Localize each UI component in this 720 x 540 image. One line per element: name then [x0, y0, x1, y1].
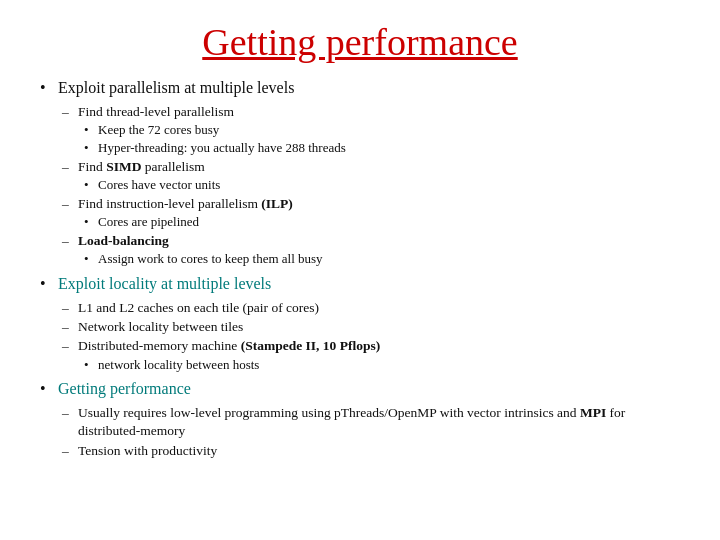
dash-text-1-2: Find SIMD parallelism [78, 158, 205, 176]
bullet-marker-2: • [40, 274, 58, 295]
dot-list-2-3: • network locality between hosts [84, 357, 680, 374]
dash-text-1-3: Find instruction-level parallelism (ILP) [78, 195, 293, 213]
dot-marker-1-4-1: • [84, 251, 98, 268]
dot-text-1-1-1: Keep the 72 cores busy [98, 122, 219, 139]
dot-1-1-1: • Keep the 72 cores busy [84, 122, 680, 139]
dash-1-2: – Find SIMD parallelism [62, 158, 680, 176]
dash-marker-2-1: – [62, 299, 78, 317]
dash-2-3: – Distributed-memory machine (Stampede I… [62, 337, 680, 355]
dash-2-2: – Network locality between tiles [62, 318, 680, 336]
dash-text-2-3: Distributed-memory machine (Stampede II,… [78, 337, 380, 355]
dot-text-2-3-1: network locality between hosts [98, 357, 259, 374]
bullet-3: • Getting performance [40, 379, 680, 400]
bullet-3-text: Getting performance [58, 379, 191, 400]
slide-title: Getting performance [40, 20, 680, 64]
bullet-2-text: Exploit locality at multiple levels [58, 274, 271, 295]
dash-text-3-1: Usually requires low-level programming u… [78, 404, 680, 440]
bullet-marker-1: • [40, 78, 58, 99]
dot-marker-2-3-1: • [84, 357, 98, 374]
dash-marker-3-1: – [62, 404, 78, 422]
dash-1-4: – Load-balancing [62, 232, 680, 250]
dash-text-1-1: Find thread-level parallelism [78, 103, 234, 121]
dash-marker-1-4: – [62, 232, 78, 250]
dot-2-3-1: • network locality between hosts [84, 357, 680, 374]
dot-text-1-2-1: Cores have vector units [98, 177, 220, 194]
dot-list-1-2: • Cores have vector units [84, 177, 680, 194]
dash-marker-1-2: – [62, 158, 78, 176]
dot-text-1-4-1: Assign work to cores to keep them all bu… [98, 251, 323, 268]
dash-2-1: – L1 and L2 caches on each tile (pair of… [62, 299, 680, 317]
dash-3-2: – Tension with productivity [62, 442, 680, 460]
dot-marker-1-2-1: • [84, 177, 98, 194]
dash-text-3-2: Tension with productivity [78, 442, 217, 460]
dot-1-3-1: • Cores are pipelined [84, 214, 680, 231]
sub-list-3: – Usually requires low-level programming… [62, 404, 680, 460]
bullet-2: • Exploit locality at multiple levels [40, 274, 680, 295]
dot-marker-1-1-1: • [84, 122, 98, 139]
sub-list-2: – L1 and L2 caches on each tile (pair of… [62, 299, 680, 374]
dash-marker-2-3: – [62, 337, 78, 355]
dot-text-1-3-1: Cores are pipelined [98, 214, 199, 231]
dot-list-1-4: • Assign work to cores to keep them all … [84, 251, 680, 268]
dot-1-1-2: • Hyper-threading: you actually have 288… [84, 140, 680, 157]
bullet-1: • Exploit parallelism at multiple levels [40, 78, 680, 99]
dash-text-2-1: L1 and L2 caches on each tile (pair of c… [78, 299, 319, 317]
dash-text-2-2: Network locality between tiles [78, 318, 243, 336]
dash-3-1: – Usually requires low-level programming… [62, 404, 680, 440]
dot-text-1-1-2: Hyper-threading: you actually have 288 t… [98, 140, 346, 157]
dot-list-1-3: • Cores are pipelined [84, 214, 680, 231]
dot-marker-1-3-1: • [84, 214, 98, 231]
dash-marker-3-2: – [62, 442, 78, 460]
dash-marker-1-3: – [62, 195, 78, 213]
dash-1-1: – Find thread-level parallelism [62, 103, 680, 121]
sub-list-1: – Find thread-level parallelism • Keep t… [62, 103, 680, 268]
content-area: • Exploit parallelism at multiple levels… [40, 78, 680, 460]
slide: Getting performance • Exploit parallelis… [0, 0, 720, 540]
dot-list-1-1: • Keep the 72 cores busy • Hyper-threadi… [84, 122, 680, 157]
bullet-1-text: Exploit parallelism at multiple levels [58, 78, 294, 99]
bullet-marker-3: • [40, 379, 58, 400]
dot-1-2-1: • Cores have vector units [84, 177, 680, 194]
dash-marker-2-2: – [62, 318, 78, 336]
dash-1-3: – Find instruction-level parallelism (IL… [62, 195, 680, 213]
dot-1-4-1: • Assign work to cores to keep them all … [84, 251, 680, 268]
dash-text-1-4: Load-balancing [78, 232, 169, 250]
dot-marker-1-1-2: • [84, 140, 98, 157]
dash-marker-1-1: – [62, 103, 78, 121]
